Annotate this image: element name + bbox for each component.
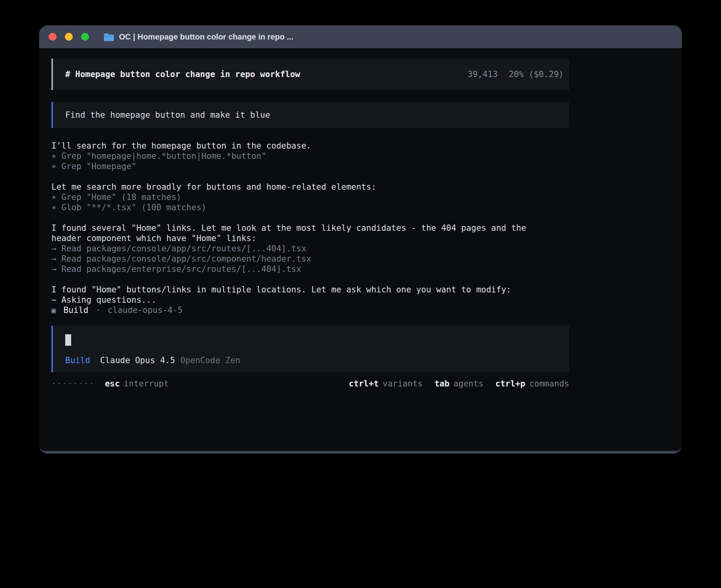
file-read-line: → Read packages/enterprise/src/routes/[.… bbox=[51, 264, 569, 274]
status-bar: ········ esc interrupt ctrl+t variants t… bbox=[51, 377, 569, 390]
mode-label: Build bbox=[65, 355, 90, 366]
assistant-text: I'll search for the homepage button in t… bbox=[51, 141, 569, 151]
status-bar-left: ········ esc interrupt bbox=[51, 379, 169, 388]
hint-label: commands bbox=[529, 379, 569, 388]
file-read-line: → Read packages/console/app/src/routes/[… bbox=[51, 243, 569, 254]
separator-dot: · bbox=[96, 305, 101, 315]
status-bar-right: ctrl+t variants tab agents ctrl+p comman… bbox=[337, 379, 569, 388]
agent-model: claude-opus-4-5 bbox=[108, 305, 183, 315]
agent-icon: ▣ bbox=[51, 306, 56, 315]
assistant-text: I found "Home" buttons/links in multiple… bbox=[51, 285, 569, 295]
model-label: Claude Opus 4.5 bbox=[100, 355, 175, 366]
hint-label: agents bbox=[453, 379, 483, 388]
session-stats: 39,413 20% ($0.29) bbox=[468, 70, 564, 79]
zoom-button[interactable] bbox=[81, 33, 89, 41]
tool-call-line: ∗ Grep "homepage|home.*button|Home.*butt… bbox=[51, 151, 569, 161]
tool-call-line: ∗ Grep "Home" (18 matches) bbox=[51, 192, 569, 202]
spinner-dots: ········ bbox=[51, 379, 94, 388]
session-title: # Homepage button color change in repo w… bbox=[65, 70, 300, 79]
hint-label: variants bbox=[383, 379, 423, 388]
hint-agents: tab agents bbox=[434, 379, 483, 388]
minimize-button[interactable] bbox=[65, 33, 73, 41]
hint-key: esc bbox=[105, 379, 120, 388]
hint-key: ctrl+t bbox=[349, 379, 379, 388]
hint-commands: ctrl+p commands bbox=[495, 379, 569, 388]
user-message-text: Find the homepage button and make it blu… bbox=[65, 110, 270, 120]
file-read-group: → Read packages/console/app/src/routes/[… bbox=[51, 243, 569, 274]
assistant-text: I found several "Home" links. Let me loo… bbox=[51, 223, 545, 243]
agent-status-line: ▣ Build · claude-opus-4-5 bbox=[51, 305, 569, 315]
user-message: Find the homepage button and make it blu… bbox=[51, 102, 569, 128]
tool-call-line: ∗ Grep "Homepage" bbox=[51, 161, 569, 172]
session-header: # Homepage button color change in repo w… bbox=[51, 58, 569, 90]
file-read-line: → Read packages/console/app/src/componen… bbox=[51, 254, 569, 264]
input-meta: Build Claude Opus 4.5 OpenCode Zen bbox=[65, 355, 569, 366]
token-count: 39,413 bbox=[468, 70, 498, 79]
window-title: OC | Homepage button color change in rep… bbox=[119, 32, 293, 41]
status-text: ~ Asking questions... bbox=[51, 295, 569, 305]
tool-call-group: ∗ Grep "homepage|home.*button|Home.*butt… bbox=[51, 151, 569, 172]
terminal-content: # Homepage button color change in repo w… bbox=[39, 48, 682, 451]
agent-name: Build bbox=[63, 305, 88, 315]
input-line[interactable] bbox=[65, 334, 569, 346]
assistant-text: Let me search more broadly for buttons a… bbox=[51, 182, 569, 192]
hint-interrupt: esc interrupt bbox=[105, 379, 169, 388]
tool-call-line: ∗ Glob "**/*.tsx" (100 matches) bbox=[51, 202, 569, 213]
terminal-window: OC | Homepage button color change in rep… bbox=[39, 25, 682, 454]
provider-label: OpenCode Zen bbox=[180, 355, 240, 366]
context-usage: 20% ($0.29) bbox=[509, 70, 564, 79]
titlebar: OC | Homepage button color change in rep… bbox=[39, 25, 682, 48]
window-controls bbox=[49, 33, 89, 41]
hint-key: tab bbox=[434, 379, 449, 388]
close-button[interactable] bbox=[49, 33, 57, 41]
text-cursor bbox=[65, 334, 71, 346]
hint-key: ctrl+p bbox=[495, 379, 525, 388]
hint-variants: ctrl+t variants bbox=[349, 379, 423, 388]
prompt-input[interactable]: Build Claude Opus 4.5 OpenCode Zen bbox=[51, 326, 569, 372]
tui-column: # Homepage button color change in repo w… bbox=[51, 58, 569, 390]
tool-call-group: ∗ Grep "Home" (18 matches) ∗ Glob "**/*.… bbox=[51, 192, 569, 213]
hint-label: interrupt bbox=[124, 379, 169, 388]
folder-icon bbox=[104, 33, 114, 41]
